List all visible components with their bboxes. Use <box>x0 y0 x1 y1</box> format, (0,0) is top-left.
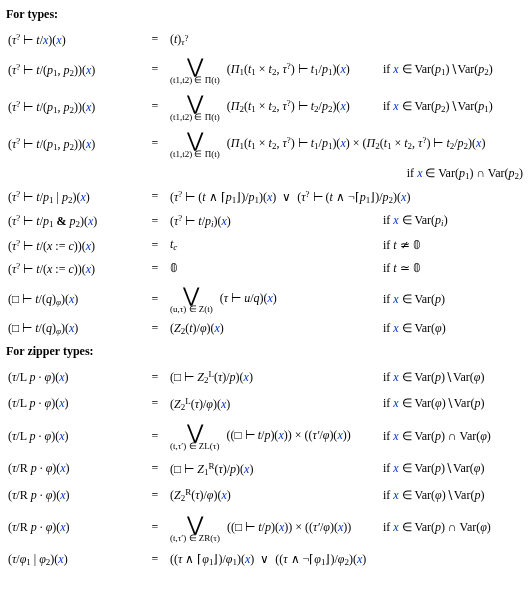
zipper-rule-2: (τ/L p · φ)(x) = ⋁ (t,τ′) ∈ ZL(τ) ((□ ⊢ … <box>6 417 525 456</box>
types-rule-2: (τ? ⊢ t/(p1, p2))(x) = ⋁ (t1,t2) ∈ Π(t) … <box>6 89 525 126</box>
rule-lhs: (τ? ⊢ t/(p1, p2))(x) <box>6 52 142 89</box>
types-rule-1: (τ? ⊢ t/(p1, p2))(x) = ⋁ (t1,t2) ∈ Π(t) … <box>6 52 525 89</box>
rule-eq: = <box>142 52 168 89</box>
rule-cond: if x ∈ Var(φ)∖Var(p) <box>381 391 525 417</box>
types-rule-5: (τ? ⊢ t/p1 | p2)(x) = (τ? ⊢ (t ∧ ⌈p1⌋)/p… <box>6 185 525 209</box>
rule-lhs: (τ/L p · φ)(x) <box>6 364 142 390</box>
rule-lhs: (τ/L p · φ)(x) <box>6 391 142 417</box>
rule-lhs: (τ? ⊢ t/p1 & p2)(x) <box>6 209 142 233</box>
rule-cond: if t ≃ 𝟘 <box>381 257 525 281</box>
rule-lhs: (τ/R p · φ)(x) <box>6 482 142 508</box>
rule-lhs: (τ? ⊢ t/(x := c))(x) <box>6 257 142 281</box>
rule-cond: if x ∈ Var(φ)∖Var(p) <box>381 482 525 508</box>
rule-lhs: (τ? ⊢ t/p1 | p2)(x) <box>6 185 142 209</box>
rule-cond: if x ∈ Var(p1)∖Var(p2) <box>381 52 525 89</box>
rule-eq: = <box>142 281 168 318</box>
rule-cond: if x ∈ Var(p) ∩ Var(φ) <box>381 509 525 548</box>
bigvee-icon: ⋁ (u,τ) ∈ Z(t) <box>170 285 213 314</box>
rule-lhs: (τ/R p · φ)(x) <box>6 456 142 482</box>
rule-rhs: ⋁ (t,τ′) ∈ ZL(τ) ((□ ⊢ t/p)(x)) × ((τ′/φ… <box>168 417 381 456</box>
bigvee-icon: ⋁ (t1,t2) ∈ Π(t) <box>170 93 220 122</box>
zipper-rule-4: (τ/R p · φ)(x) = (Z2R(τ)/φ)(x) if x ∈ Va… <box>6 482 525 508</box>
rule-eq: = <box>142 28 168 52</box>
rule-cond: if x ∈ Var(p) <box>381 281 525 318</box>
bigvee-icon: ⋁ (t1,t2) ∈ Π(t) <box>170 56 220 85</box>
rule-rhs: ((τ ∧ ⌈φ1⌋)/φ1)(x) ∨ ((τ ∧ ¬⌈φ1⌋)/φ2)(x) <box>168 548 525 572</box>
section-title-types: For types: <box>6 8 525 22</box>
rule-rhs: (Z2L(τ)/φ)(x) <box>168 391 381 417</box>
rule-rhs: 𝟘 <box>168 257 381 281</box>
rule-rhs: ⋁ (t1,t2) ∈ Π(t) (Π1(t1 × t2, τ?) ⊢ t1/p… <box>168 126 525 163</box>
section-title-zippers: For zipper types: <box>6 345 525 359</box>
types-rule-7: (τ? ⊢ t/(x := c))(x) = tc if t ≄ 𝟘 <box>6 234 525 258</box>
rule-cond: if x ∈ Var(p)∖Var(φ) <box>381 364 525 390</box>
bigop-sub: (t,τ′) ∈ ZR(τ) <box>170 533 220 543</box>
rule-rhs: ⋁ (t,τ′) ∈ ZR(τ) ((□ ⊢ t/p)(x)) × ((τ′/φ… <box>168 509 381 548</box>
rule-lhs: (τ/φ1 | φ2)(x) <box>6 548 142 572</box>
rule-rhs: (τ? ⊢ t/pi)(x) <box>168 209 381 233</box>
rule-eq: = <box>142 185 168 209</box>
rule-cond: if x ∈ Var(p1) ∩ Var(p2) <box>6 163 525 185</box>
rule-eq: = <box>142 509 168 548</box>
rule-rhs: (Z2R(τ)/φ)(x) <box>168 482 381 508</box>
rule-eq: = <box>142 482 168 508</box>
rule-eq: = <box>142 456 168 482</box>
rule-eq: = <box>142 318 168 340</box>
rule-rhs: ⋁ (t1,t2) ∈ Π(t) (Π2(t1 × t2, τ?) ⊢ t2/p… <box>168 89 381 126</box>
rule-cond: if x ∈ Var(p)∖Var(φ) <box>381 456 525 482</box>
rule-eq: = <box>142 417 168 456</box>
bigvee-icon: ⋁ (t1,t2) ∈ Π(t) <box>170 130 220 159</box>
types-rule-0: (τ? ⊢ t/x)(x) = (t)τ? <box>6 28 525 52</box>
rule-rhs: ⋁ (t1,t2) ∈ Π(t) (Π1(t1 × t2, τ?) ⊢ t1/p… <box>168 52 381 89</box>
bigop-sub: (t1,t2) ∈ Π(t) <box>170 149 220 159</box>
rule-eq: = <box>142 548 168 572</box>
zipper-rule-1: (τ/L p · φ)(x) = (Z2L(τ)/φ)(x) if x ∈ Va… <box>6 391 525 417</box>
zipper-rule-0: (τ/L p · φ)(x) = (□ ⊢ Z2L(τ)/p)(x) if x … <box>6 364 525 390</box>
rule-rhs: ⋁ (u,τ) ∈ Z(t) (τ ⊢ u/q)(x) <box>168 281 381 318</box>
types-rule-3: (τ? ⊢ t/(p1, p2))(x) = ⋁ (t1,t2) ∈ Π(t) … <box>6 126 525 163</box>
rule-eq: = <box>142 234 168 258</box>
bigop-sub: (t1,t2) ∈ Π(t) <box>170 75 220 85</box>
rule-lhs: (□ ⊢ t/(q)φ)(x) <box>6 281 142 318</box>
rule-eq: = <box>142 209 168 233</box>
rule-lhs: (τ/R p · φ)(x) <box>6 509 142 548</box>
rule-cond: if x ∈ Var(p2)∖Var(p1) <box>381 89 525 126</box>
rule-lhs: (□ ⊢ t/(q)φ)(x) <box>6 318 142 340</box>
rule-rhs: (□ ⊢ Z1R(τ)/p)(x) <box>168 456 381 482</box>
bigvee-icon: ⋁ (t,τ′) ∈ ZL(τ) <box>170 422 219 451</box>
rule-cond: if x ∈ Var(pi) <box>381 209 525 233</box>
rule-rhs: (τ? ⊢ (t ∧ ⌈p1⌋)/p1)(x) ∨ (τ? ⊢ (t ∧ ¬⌈p… <box>168 185 525 209</box>
bigop-sub: (t,τ′) ∈ ZL(τ) <box>170 441 219 451</box>
rule-eq: = <box>142 364 168 390</box>
zipper-rule-5: (τ/R p · φ)(x) = ⋁ (t,τ′) ∈ ZR(τ) ((□ ⊢ … <box>6 509 525 548</box>
rule-eq: = <box>142 89 168 126</box>
types-rule-8: (τ? ⊢ t/(x := c))(x) = 𝟘 if t ≃ 𝟘 <box>6 257 525 281</box>
rule-lhs: (τ? ⊢ t/x)(x) <box>6 28 142 52</box>
types-rules-table: (τ? ⊢ t/x)(x) = (t)τ? (τ? ⊢ t/(p1, p2))(… <box>6 28 525 341</box>
rule-eq: = <box>142 391 168 417</box>
rule-rhs: (t)τ? <box>168 28 381 52</box>
bigop-sub: (u,τ) ∈ Z(t) <box>170 304 213 314</box>
rule-lhs: (τ? ⊢ t/(p1, p2))(x) <box>6 126 142 163</box>
types-rule-10: (□ ⊢ t/(q)φ)(x) = (Z2(t)/φ)(x) if x ∈ Va… <box>6 318 525 340</box>
bigop-sub: (t1,t2) ∈ Π(t) <box>170 112 220 122</box>
rule-rhs: (Z2(t)/φ)(x) <box>168 318 381 340</box>
types-rule-9: (□ ⊢ t/(q)φ)(x) = ⋁ (u,τ) ∈ Z(t) (τ ⊢ u/… <box>6 281 525 318</box>
bigvee-icon: ⋁ (t,τ′) ∈ ZR(τ) <box>170 514 220 543</box>
rule-cond <box>381 28 525 52</box>
rule-rhs: tc <box>168 234 381 258</box>
rule-rhs: (□ ⊢ Z2L(τ)/p)(x) <box>168 364 381 390</box>
rule-cond: if x ∈ Var(φ) <box>381 318 525 340</box>
rule-cond: if x ∈ Var(p) ∩ Var(φ) <box>381 417 525 456</box>
zipper-rule-6: (τ/φ1 | φ2)(x) = ((τ ∧ ⌈φ1⌋)/φ1)(x) ∨ ((… <box>6 548 525 572</box>
types-rule-6: (τ? ⊢ t/p1 & p2)(x) = (τ? ⊢ t/pi)(x) if … <box>6 209 525 233</box>
rule-lhs: (τ? ⊢ t/(x := c))(x) <box>6 234 142 258</box>
rule-eq: = <box>142 257 168 281</box>
zipper-rules-table: (τ/L p · φ)(x) = (□ ⊢ Z2L(τ)/p)(x) if x … <box>6 364 525 572</box>
rule-lhs: (τ/L p · φ)(x) <box>6 417 142 456</box>
rule-eq: = <box>142 126 168 163</box>
rule-lhs: (τ? ⊢ t/(p1, p2))(x) <box>6 89 142 126</box>
rule-cond: if t ≄ 𝟘 <box>381 234 525 258</box>
types-rule-3-cond: if x ∈ Var(p1) ∩ Var(p2) <box>6 163 525 185</box>
zipper-rule-3: (τ/R p · φ)(x) = (□ ⊢ Z1R(τ)/p)(x) if x … <box>6 456 525 482</box>
